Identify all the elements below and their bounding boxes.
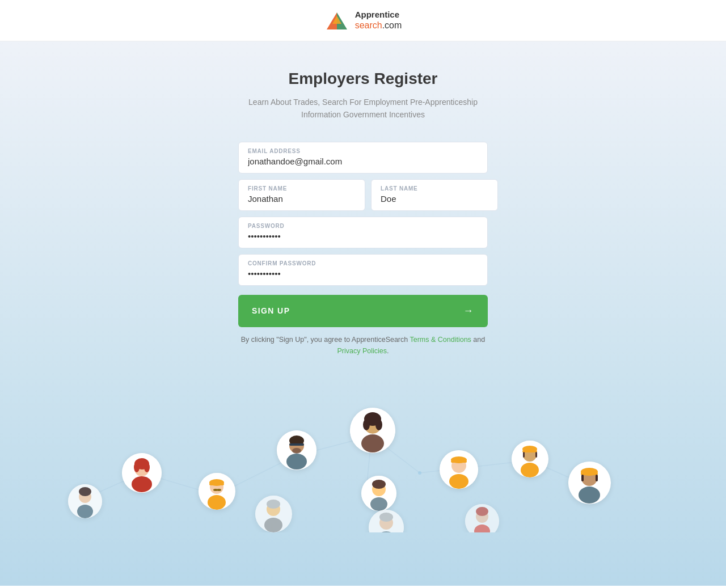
terms-before: By clicking "Sign Up", you agree to Appr… xyxy=(241,336,408,344)
terms-conditions-link[interactable]: Terms & Conditions xyxy=(410,336,471,344)
avatar-9 xyxy=(255,496,292,532)
signup-button-label: SIGN UP xyxy=(252,306,290,315)
privacy-policies-link[interactable]: Privacy Policies xyxy=(337,347,387,355)
main-content: Employers Register Learn About Trades, S… xyxy=(0,41,726,586)
email-field-container: EMAIL ADDRESS xyxy=(238,142,488,174)
logo-search: search xyxy=(355,20,382,30)
password-label: PASSWORD xyxy=(248,223,478,229)
svg-point-80 xyxy=(79,487,91,496)
svg-point-76 xyxy=(476,507,488,516)
svg-point-68 xyxy=(267,500,280,509)
logo-apprentice: Apprentice xyxy=(355,10,402,20)
svg-point-15 xyxy=(418,471,421,475)
svg-point-48 xyxy=(370,497,387,511)
signup-button[interactable]: SIGN UP → xyxy=(238,295,488,327)
confirm-password-field-container: CONFIRM PASSWORD xyxy=(238,254,488,286)
name-row: FIRST NAME LAST NAME xyxy=(238,179,488,211)
avatar-8 xyxy=(568,462,611,504)
password-field-container: PASSWORD xyxy=(238,217,488,248)
logo-searchcom: search.com xyxy=(355,20,402,30)
avatar-1 xyxy=(122,453,162,493)
password-input[interactable] xyxy=(248,231,478,241)
logo-text: Apprentice search.com xyxy=(355,10,402,31)
svg-point-50 xyxy=(372,480,386,489)
svg-point-52 xyxy=(521,463,539,477)
svg-rect-64 xyxy=(596,475,598,481)
svg-rect-27 xyxy=(209,483,224,485)
svg-rect-55 xyxy=(522,450,537,452)
svg-point-43 xyxy=(449,474,468,489)
avatar-12 xyxy=(68,484,102,518)
svg-point-24 xyxy=(208,495,226,510)
svg-rect-46 xyxy=(451,460,467,463)
svg-point-29 xyxy=(217,489,221,491)
terms-and: and xyxy=(473,336,485,344)
svg-rect-62 xyxy=(581,472,598,475)
svg-point-37 xyxy=(361,434,384,452)
subtitle-line1: Learn About Trades, Search For Employmen… xyxy=(248,98,478,107)
avatar-3 xyxy=(277,430,316,470)
page-title: Employers Register xyxy=(289,70,438,88)
avatar-4 xyxy=(350,408,395,453)
first-name-field-container: FIRST NAME xyxy=(238,179,365,211)
svg-point-59 xyxy=(579,487,600,504)
first-name-label: FIRST NAME xyxy=(248,185,356,192)
svg-point-41 xyxy=(375,419,382,430)
svg-point-18 xyxy=(132,476,152,492)
confirm-password-label: CONFIRM PASSWORD xyxy=(248,260,478,266)
svg-point-21 xyxy=(134,462,140,472)
subtitle-line2: Information Government Incentives xyxy=(301,110,425,119)
confirm-password-input[interactable] xyxy=(248,269,478,278)
svg-point-31 xyxy=(286,454,307,469)
svg-point-72 xyxy=(379,513,393,522)
network-lines xyxy=(11,385,715,532)
site-header: Apprentice search.com xyxy=(0,0,726,41)
avatar-2 xyxy=(199,473,235,510)
last-name-input[interactable] xyxy=(381,194,488,204)
svg-rect-63 xyxy=(581,475,584,481)
email-input[interactable] xyxy=(248,156,478,166)
arrow-right-icon: → xyxy=(463,305,474,317)
logo-com: .com xyxy=(382,20,402,30)
logo-icon xyxy=(324,8,349,33)
avatar-7 xyxy=(512,441,548,477)
svg-rect-57 xyxy=(535,452,537,458)
avatar-6 xyxy=(361,476,396,511)
svg-point-22 xyxy=(144,462,150,472)
svg-point-35 xyxy=(292,448,301,454)
first-name-input[interactable] xyxy=(248,194,356,204)
svg-rect-34 xyxy=(289,443,304,446)
page-subtitle: Learn About Trades, Search For Employmen… xyxy=(248,96,478,121)
register-form: EMAIL ADDRESS FIRST NAME LAST NAME PASSW… xyxy=(238,142,488,327)
svg-point-66 xyxy=(264,518,282,532)
svg-rect-56 xyxy=(523,452,525,458)
last-name-field-container: LAST NAME xyxy=(371,179,498,211)
last-name-label: LAST NAME xyxy=(381,185,488,192)
svg-point-40 xyxy=(363,419,370,430)
avatar-5 xyxy=(440,450,478,489)
avatar-network xyxy=(11,385,715,532)
terms-text: By clicking "Sign Up", you agree to Appr… xyxy=(241,334,485,357)
terms-period: . xyxy=(387,347,389,355)
svg-point-78 xyxy=(77,505,93,518)
email-label: EMAIL ADDRESS xyxy=(248,148,478,154)
logo: Apprentice search.com xyxy=(324,8,402,33)
